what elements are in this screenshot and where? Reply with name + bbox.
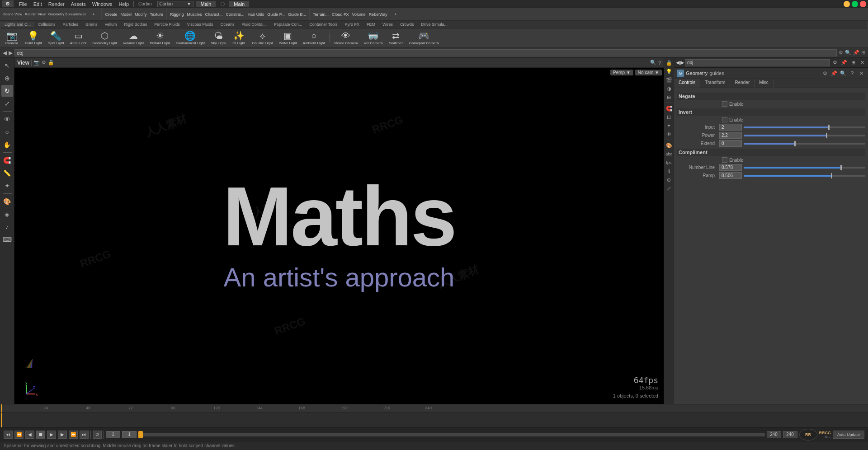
power-param-slider[interactable]	[744, 135, 865, 136]
terrain-btn[interactable]: Terrain...	[311, 9, 330, 20]
maximize-btn[interactable]	[852, 1, 858, 7]
portal-light-btn[interactable]: ▣ Portal Light	[276, 26, 299, 48]
tab-main-left[interactable]: Main	[196, 1, 216, 7]
panel-path-input[interactable]: obj	[685, 59, 830, 66]
modify-menu-btn[interactable]: Modify	[133, 9, 148, 20]
gamepad-camera-btn[interactable]: 🎮 Gamepad Camera	[406, 26, 442, 48]
sky-light-btn[interactable]: 🌤 Sky Light	[208, 26, 228, 48]
panel-nav-fwd[interactable]: ▶	[680, 60, 684, 66]
vp-side-fps[interactable]: fps	[665, 159, 673, 167]
model-menu-btn[interactable]: Model	[119, 9, 133, 20]
fps-end-input2[interactable]: 240	[783, 431, 797, 438]
scale-tool[interactable]: ⤢	[1, 98, 13, 109]
distant-light-btn[interactable]: ☀ Distant Light	[147, 26, 172, 48]
constrain-btn[interactable]: Constrai...	[225, 9, 246, 20]
compliment-enable-checkbox[interactable]	[722, 157, 727, 163]
character-btn[interactable]: Charact...	[204, 9, 224, 20]
panel-close2-icon[interactable]: ✕	[857, 69, 865, 77]
ambient-light-btn[interactable]: ○ Ambient Light	[300, 26, 328, 48]
timeline-track[interactable]	[0, 412, 868, 427]
panel-zoom-icon[interactable]: 🔍	[839, 69, 847, 77]
vp-side-shading[interactable]: ◑	[665, 84, 673, 93]
environment-light-btn[interactable]: 🌐 Environment Light	[173, 26, 208, 48]
panel-pin2-icon[interactable]: 📌	[830, 69, 838, 77]
vp-side-cam-grab[interactable]: ⊕	[665, 176, 673, 184]
muscles-btn[interactable]: Muscles	[186, 9, 203, 20]
panel-expand-btn[interactable]: ⊞	[849, 59, 857, 67]
power-param-value[interactable]	[719, 132, 742, 139]
fc-prev-key-btn[interactable]: ⏪	[14, 431, 24, 439]
guide-p-btn[interactable]: Guide P...	[266, 9, 286, 20]
point-light-btn[interactable]: 💡 Point Light	[22, 26, 45, 48]
vp-side-abc[interactable]: abc	[665, 150, 673, 158]
gi-light-btn[interactable]: ✨ GI Light	[229, 26, 249, 48]
vp-side-info[interactable]: ℹ	[665, 167, 673, 175]
fc-frame-input[interactable]	[106, 431, 120, 438]
vp-camera-icon[interactable]: 📷	[33, 60, 40, 66]
add-tab-btn[interactable]: +	[87, 9, 99, 20]
fc-frame-input2[interactable]	[122, 431, 137, 438]
ramp-slider[interactable]	[744, 175, 865, 177]
switcher-btn[interactable]: ⇄ Switcher	[386, 26, 406, 48]
vp-side-grid[interactable]: ⊞	[665, 93, 673, 101]
vp-side-vis[interactable]: 👁	[665, 130, 673, 138]
rigging-btn[interactable]: Rigging	[169, 9, 185, 20]
invert-enable-checkbox[interactable]	[722, 117, 727, 122]
geometry-light-btn[interactable]: ⬡ Geometry Light	[90, 26, 120, 48]
view-tool[interactable]: 👁	[1, 113, 13, 125]
hair-utils-btn[interactable]: Hair Utils	[246, 9, 266, 20]
persp-btn[interactable]: Persp ▼	[610, 70, 633, 75]
path-search[interactable]: 🔍	[845, 50, 851, 56]
tab-misc[interactable]: Misc	[755, 79, 774, 88]
rotate-tool[interactable]: ↻	[1, 85, 13, 97]
fc-end-btn[interactable]: ⏭	[80, 431, 89, 439]
path-expand[interactable]: ⊞	[861, 50, 865, 56]
menu-render[interactable]: Render	[46, 1, 67, 7]
vp-settings-icon[interactable]: ⚙	[42, 60, 46, 66]
panel-close-btn[interactable]: ✕	[858, 59, 866, 67]
panel-nav-back[interactable]: ◀	[676, 60, 679, 66]
vp-zoom-icon[interactable]: 🔍	[650, 60, 656, 66]
vp-side-full[interactable]: ⤢	[665, 184, 673, 192]
fc-step-fwd-btn[interactable]: ▶	[58, 431, 67, 439]
number-line-slider[interactable]	[744, 167, 865, 169]
back-btn[interactable]: ◀	[3, 50, 7, 56]
vp-side-manip[interactable]: ✦	[665, 122, 673, 130]
menu-file[interactable]: File	[16, 1, 30, 7]
path-pin[interactable]: 📌	[853, 50, 859, 56]
auto-update-btn[interactable]: Auto Update	[833, 431, 864, 439]
vp-side-render[interactable]: 🎬	[665, 76, 673, 84]
select-tool[interactable]: ↖	[1, 60, 13, 71]
vp-side-color[interactable]: 🎨	[665, 141, 673, 150]
vp-lock-icon[interactable]: 🔒	[48, 60, 54, 66]
menu-assets[interactable]: Assets	[68, 1, 89, 7]
vp-help-icon[interactable]: ?	[658, 60, 661, 66]
cloud-fx-btn[interactable]: Cloud FX	[330, 9, 350, 20]
close-btn[interactable]	[860, 1, 866, 7]
input-param-slider[interactable]	[744, 127, 865, 128]
composite-tool[interactable]: ◈	[1, 208, 13, 220]
app-brand[interactable]: ⚙	[2, 0, 14, 7]
panel-pin-btn[interactable]: 📌	[840, 59, 848, 67]
caustic-light-btn[interactable]: ⟡ Caustic Light	[249, 26, 275, 48]
path-input-container[interactable]: obj	[14, 49, 837, 56]
rebelway-btn[interactable]: RebelWay	[368, 9, 389, 20]
handle-tool[interactable]: ✦	[1, 180, 13, 192]
ramp-value[interactable]	[719, 172, 742, 179]
fc-loop-btn[interactable]: ↺	[93, 431, 102, 439]
tab-main-right[interactable]: Main	[229, 1, 249, 7]
path-options[interactable]: ⚙	[839, 50, 843, 56]
panel-help-icon[interactable]: ?	[848, 69, 856, 77]
panel-gear-icon[interactable]: ⚙	[821, 69, 829, 77]
fps-end-input[interactable]: 240	[767, 431, 781, 438]
fc-stop-btn[interactable]: ⏹	[36, 431, 45, 439]
input-param-value[interactable]	[719, 124, 742, 131]
volume-light-btn[interactable]: ☁ Volume Light	[120, 26, 146, 48]
fc-scrubber[interactable]	[138, 433, 765, 436]
measure-tool[interactable]: 📏	[1, 167, 13, 179]
render-view-tool[interactable]: 🎨	[1, 196, 13, 207]
transform-tool[interactable]: ⊕	[1, 72, 13, 84]
tab-render-view[interactable]: Render View	[24, 9, 47, 20]
volume-btn[interactable]: Volume	[351, 9, 367, 20]
extend-param-slider[interactable]	[744, 143, 865, 145]
